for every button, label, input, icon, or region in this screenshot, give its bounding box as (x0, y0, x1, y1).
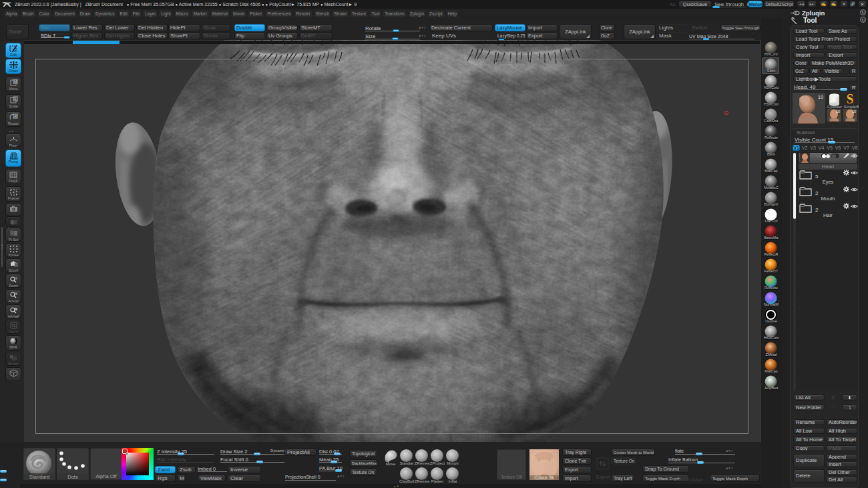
svg-text:Dots: Dots (67, 474, 78, 480)
svg-text:Standard: Standard (29, 474, 49, 480)
svg-text:R: R (14, 114, 17, 118)
svg-text:10: 10 (818, 95, 823, 99)
svg-text:Colour_8k: Colour_8k (534, 475, 554, 480)
svg-text:S: S (846, 92, 853, 105)
svg-text:Head: Head (829, 117, 839, 121)
svg-text:Head: Head (802, 117, 815, 123)
svg-text:10: 10 (852, 109, 856, 113)
svg-text:10: 10 (836, 109, 840, 113)
svg-text:Head: Head (845, 117, 855, 121)
svg-text:M: M (14, 79, 17, 83)
